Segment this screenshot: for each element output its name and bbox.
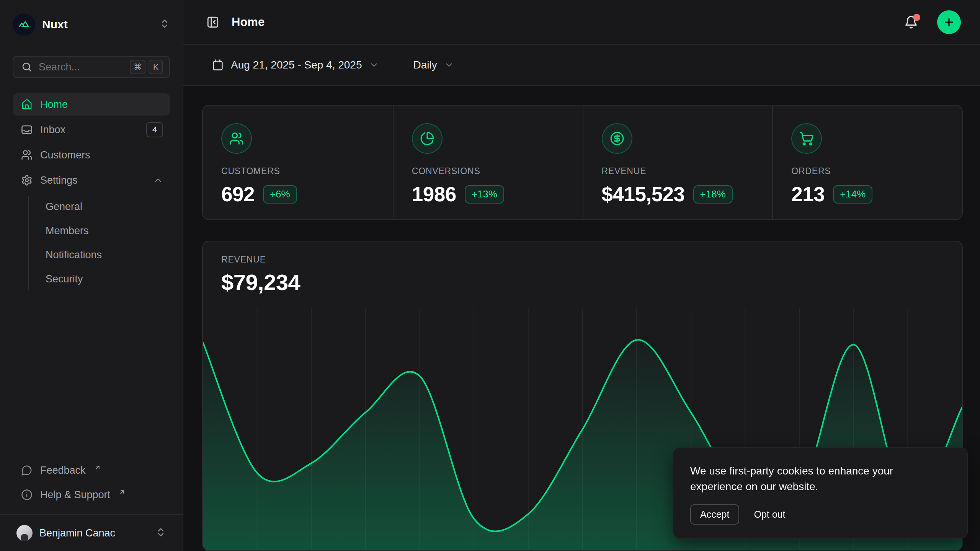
panel-left-close-icon (206, 16, 219, 29)
home-icon (21, 99, 33, 110)
sidebar-item-members[interactable]: Members (40, 220, 170, 242)
date-range-value: Aug 21, 2025 - Sep 4, 2025 (231, 59, 362, 71)
circle-dollar-icon (602, 123, 632, 154)
notification-dot (913, 14, 920, 21)
stat-label: ORDERS (791, 166, 947, 176)
cookie-banner: We use first-party cookies to enhance yo… (673, 447, 968, 539)
stat-orders[interactable]: ORDERS 213 +14% (772, 106, 962, 219)
stats-row: CUSTOMERS 692 +6% CONVERSIONS 1986 +13% (202, 105, 963, 220)
granularity-value: Daily (413, 59, 437, 71)
chevron-up-icon (153, 175, 163, 185)
pie-chart-icon (412, 123, 443, 154)
sidebar-item-general[interactable]: General (40, 196, 170, 218)
users-icon (221, 123, 252, 154)
chat-bubble-icon (21, 465, 33, 476)
date-range-picker[interactable]: Aug 21, 2025 - Sep 4, 2025 (206, 54, 384, 76)
accept-button[interactable]: Accept (690, 504, 739, 525)
plus-icon (943, 16, 955, 28)
page-header: Home (183, 0, 980, 45)
sidebar-item-settings[interactable]: Settings (13, 169, 170, 191)
stat-label: CONVERSIONS (412, 166, 567, 176)
workspace-name: Nuxt (42, 18, 68, 31)
feedback-label: Feedback (40, 465, 86, 476)
stat-value: 213 (791, 183, 825, 206)
add-button[interactable] (937, 10, 961, 34)
search-kbd-hint: ⌘ K (130, 60, 163, 74)
notifications-button[interactable] (901, 12, 921, 32)
kbd-k: K (149, 60, 163, 74)
sidebar-item-label: Customers (40, 149, 90, 161)
sidebar-item-security[interactable]: Security (40, 268, 170, 290)
stat-customers[interactable]: CUSTOMERS 692 +6% (203, 106, 393, 219)
cart-icon (791, 123, 822, 154)
search-icon (21, 61, 33, 73)
sidebar-nav: Home Inbox 4 Customers Sett (13, 93, 170, 290)
search-placeholder: Search... (39, 61, 124, 73)
stat-revenue[interactable]: REVENUE $415,523 +18% (583, 106, 773, 219)
feedback-link[interactable]: Feedback (13, 459, 170, 481)
opt-out-button[interactable]: Opt out (754, 509, 785, 520)
stat-value: $415,523 (602, 183, 685, 206)
stat-delta-badge: +18% (693, 185, 733, 204)
sidebar-item-label: Settings (40, 174, 78, 186)
revenue-chart-label: REVENUE (221, 254, 944, 265)
revenue-chart-value: $79,234 (221, 269, 944, 295)
user-name: Benjamin Canac (39, 527, 115, 539)
cookie-message: We use first-party cookies to enhance yo… (690, 463, 935, 494)
sidebar-item-inbox[interactable]: Inbox 4 (13, 119, 170, 141)
chevron-down-icon (444, 60, 454, 70)
chevron-down-icon (369, 60, 379, 70)
stat-delta-badge: +6% (263, 185, 297, 204)
search-input[interactable]: Search... ⌘ K (13, 56, 170, 78)
inbox-icon (21, 124, 33, 135)
sidebar-footer: Feedback Help & Support Benjamin Canac (13, 459, 170, 546)
users-icon (21, 149, 33, 161)
info-circle-icon (21, 489, 33, 500)
collapse-sidebar-button[interactable] (203, 13, 222, 32)
chevrons-up-down-icon (155, 527, 166, 539)
sidebar-item-label: Inbox (40, 124, 65, 136)
calendar-icon (212, 59, 224, 71)
sidebar-item-label: Home (40, 99, 68, 111)
settings-subnav: General Members Notifications Security (28, 196, 170, 290)
external-link-icon (119, 486, 126, 498)
help-support-label: Help & Support (40, 489, 110, 501)
nuxt-logo-icon (13, 13, 35, 36)
stat-delta-badge: +13% (465, 185, 504, 204)
stat-value: 692 (221, 183, 255, 206)
stat-delta-badge: +14% (833, 185, 872, 204)
sidebar-item-home[interactable]: Home (13, 93, 170, 116)
external-link-icon (94, 462, 101, 474)
stat-label: CUSTOMERS (221, 166, 377, 176)
gear-icon (21, 174, 33, 186)
workspace-switcher[interactable]: Nuxt (13, 13, 170, 36)
inbox-count-badge: 4 (146, 122, 163, 137)
sidebar: Nuxt Search... ⌘ K Home (0, 0, 183, 551)
help-support-link[interactable]: Help & Support (13, 484, 170, 506)
filter-bar: Aug 21, 2025 - Sep 4, 2025 Daily (183, 45, 980, 86)
user-menu[interactable]: Benjamin Canac (13, 517, 170, 546)
stat-label: REVENUE (602, 166, 757, 176)
divider (0, 514, 183, 515)
sidebar-item-customers[interactable]: Customers (13, 144, 170, 166)
stat-conversions[interactable]: CONVERSIONS 1986 +13% (393, 106, 583, 219)
sidebar-item-notifications[interactable]: Notifications (40, 244, 170, 266)
page-title: Home (232, 15, 265, 29)
avatar (16, 525, 33, 541)
kbd-cmd: ⌘ (130, 60, 145, 74)
stat-value: 1986 (412, 183, 456, 206)
chevrons-up-down-icon (159, 18, 170, 31)
granularity-select[interactable]: Daily (408, 54, 459, 76)
